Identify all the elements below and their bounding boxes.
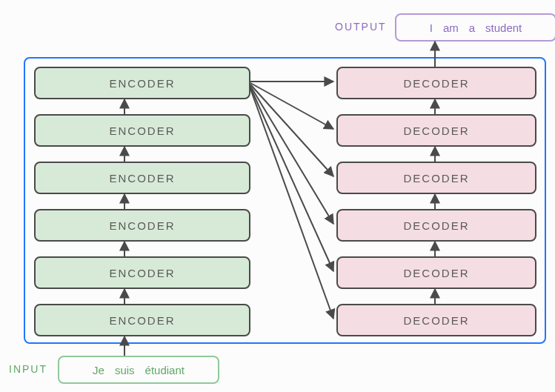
output-token: am	[443, 21, 459, 34]
output-token: a	[469, 21, 475, 34]
encoder-block-2: ENCODER	[34, 256, 250, 289]
encoder-block-3: ENCODER	[34, 209, 250, 242]
decoder-block-5: DECODER	[336, 114, 536, 147]
decoder-block-1: DECODER	[336, 304, 536, 336]
output-token: I	[430, 21, 433, 34]
decoder-block-4: DECODER	[336, 162, 536, 194]
encoder-block-4: ENCODER	[34, 162, 250, 194]
encoder-block-5: ENCODER	[34, 114, 250, 147]
transformer-container	[24, 57, 546, 344]
input-token: Je	[93, 364, 104, 376]
output-box: I am a student	[395, 13, 555, 41]
input-box: Je suis étudiant	[58, 356, 219, 384]
output-token: student	[485, 21, 522, 34]
input-token: suis	[115, 364, 135, 376]
input-token: étudiant	[145, 364, 185, 376]
decoder-block-6: DECODER	[336, 67, 536, 99]
decoder-block-3: DECODER	[336, 209, 536, 242]
decoder-block-2: DECODER	[336, 256, 536, 289]
output-label: OUTPUT	[335, 21, 387, 33]
encoder-block-1: ENCODER	[34, 304, 250, 336]
encoder-block-6: ENCODER	[34, 67, 250, 99]
input-label: INPUT	[9, 363, 47, 375]
